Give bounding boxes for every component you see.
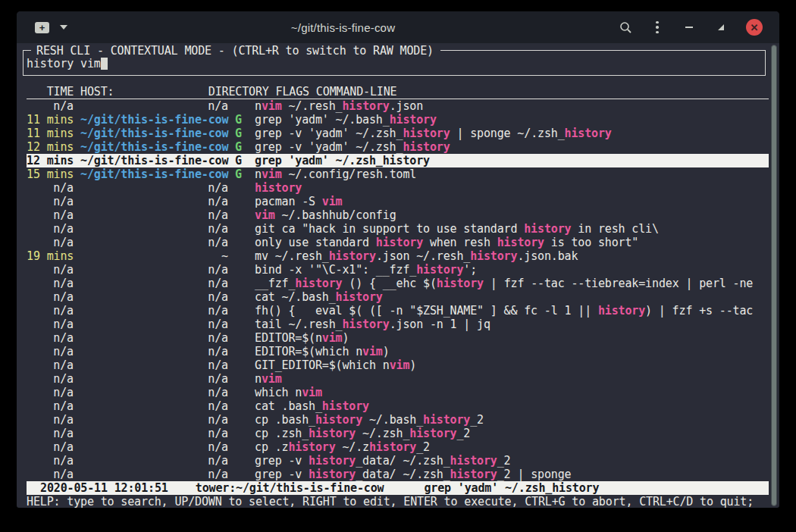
row-flags: G [235, 154, 242, 167]
row-flags [235, 249, 242, 263]
scrollbar[interactable] [770, 45, 779, 506]
table-row[interactable]: n/a n/a cat ~/.bash_history [27, 290, 769, 304]
table-row[interactable]: 11 mins ~/git/this-is-fine-cow G grep -v… [27, 127, 769, 140]
table-row[interactable]: n/a n/a only use standard history when r… [27, 236, 769, 249]
row-directory: ~/git/this-is-fine-cow [80, 127, 228, 140]
row-directory: n/a [80, 427, 228, 440]
table-row[interactable]: n/a n/a which nvim [27, 386, 769, 399]
row-time: n/a [27, 454, 74, 468]
row-command: nvim ~/.config/resh.toml [255, 167, 416, 181]
row-command: grep 'yadm' ~/.bash_history [255, 113, 437, 127]
table-row[interactable]: n/a n/a cp .bash_history ~/.bash_history… [27, 413, 769, 427]
selection-status-bar: 2020-05-11 12:01:51 tower:~/git/this-is-… [27, 481, 769, 495]
scrollbar-thumb[interactable] [771, 45, 777, 506]
history-list: n/a n/a nvim ~/.resh_history.json 11 min… [27, 99, 769, 481]
row-time: n/a [27, 358, 74, 372]
minimize-button[interactable] [682, 20, 696, 34]
resh-mode-header: RESH CLI - CONTEXTUAL MODE - (CTRL+R to … [31, 44, 440, 58]
status-command: grep 'yadm' ~/.zsh_history [424, 481, 599, 495]
table-row[interactable]: 15 mins ~/git/this-is-fine-cow G nvim ~/… [27, 167, 769, 181]
row-command: only use standard history when resh hist… [255, 236, 638, 249]
terminal-content: RESH CLI - CONTEXTUAL MODE - (CTRL+R to … [17, 43, 779, 508]
table-row[interactable]: n/a n/a GIT_EDITOR=$(which nvim) [27, 358, 769, 372]
table-row[interactable]: 12 mins ~/git/this-is-fine-cow G grep 'y… [27, 154, 769, 167]
row-command: __fzf_history () { __ehc $(history | fzf… [255, 277, 753, 290]
row-directory: n/a [80, 358, 228, 372]
row-time: 11 mins [27, 127, 74, 140]
row-command: EDITOR=$(which nvim) [255, 345, 390, 358]
table-row[interactable]: 11 mins ~/git/this-is-fine-cow G grep 'y… [27, 113, 769, 127]
table-row[interactable]: n/a n/a cat .bash_history [27, 399, 769, 413]
row-command: grep -v history_data/ ~/.zsh_history_2 |… [255, 468, 571, 481]
table-row[interactable]: n/a n/a fh() { eval $( ([ -n "$ZSH_NAME"… [27, 304, 769, 318]
table-row[interactable]: n/a n/a vim ~/.bashhub/config [27, 208, 769, 222]
row-directory: n/a [80, 440, 228, 454]
row-time: n/a [27, 372, 74, 386]
row-flags [235, 386, 242, 399]
row-directory: n/a [80, 290, 228, 304]
table-row[interactable]: n/a n/a git ca "hack in support to use s… [27, 222, 769, 236]
row-flags [235, 318, 242, 331]
row-command: cp .bash_history ~/.bash_history_2 [255, 413, 484, 427]
new-tab-button[interactable]: + [35, 22, 49, 33]
chevron-down-icon[interactable] [60, 25, 67, 30]
table-row[interactable]: n/a n/a cp .zsh_history ~/.zsh_history_2 [27, 427, 769, 440]
row-time: n/a [27, 386, 74, 399]
table-row[interactable]: n/a n/a grep -v history_data/ ~/.zsh_his… [27, 468, 769, 481]
row-time: 11 mins [27, 113, 74, 127]
row-flags [235, 181, 242, 195]
row-directory: ~/git/this-is-fine-cow [80, 154, 228, 167]
search-query-text: history vim [27, 57, 101, 70]
row-flags [235, 236, 242, 249]
row-command: EDITOR=$(nvim) [255, 331, 349, 345]
search-icon[interactable] [619, 20, 632, 34]
history-table: TIME HOST: DIRECTORY FLAGS COMMAND-LINE … [27, 85, 769, 495]
table-row[interactable]: n/a n/a nvim ~/.resh_history.json [27, 99, 769, 113]
terminal-window: + ~/git/this-is-fine-cow ✕ [17, 11, 779, 508]
titlebar-right-controls: ✕ [619, 19, 763, 36]
table-row[interactable]: n/a n/a pacman -S vim [27, 195, 769, 208]
row-flags [235, 304, 242, 318]
row-command: nvim ~/.resh_history.json [255, 99, 423, 113]
row-flags [235, 195, 242, 208]
table-row[interactable]: n/a n/a EDITOR=$(which nvim) [27, 345, 769, 358]
titlebar: + ~/git/this-is-fine-cow ✕ [17, 11, 779, 43]
row-flags: G [235, 140, 242, 154]
row-flags [235, 399, 242, 413]
row-command: which nvim [255, 386, 322, 399]
row-time: n/a [27, 318, 74, 331]
row-flags [235, 440, 242, 454]
table-row[interactable]: 19 mins ~ mv ~/.resh_history.json ~/.res… [27, 249, 769, 263]
row-flags [235, 468, 242, 481]
row-time: n/a [27, 181, 74, 195]
table-row[interactable]: n/a n/a history [27, 181, 769, 195]
row-time: n/a [27, 427, 74, 440]
table-row[interactable]: n/a n/a cp .zhistory ~/.zhistory_2 [27, 440, 769, 454]
help-line: HELP: type to search, UP/DOWN to select,… [27, 495, 779, 508]
row-command: cp .zsh_history ~/.zsh_history_2 [255, 427, 470, 440]
row-flags [235, 331, 242, 345]
row-command: grep 'yadm' ~/.zsh_history [255, 154, 430, 167]
row-command: fh() { eval $( ([ -n "$ZSH_NAME" ] && fc… [255, 304, 753, 318]
row-command: bind -x '"\C-x1": __fzf_history'; [255, 263, 477, 277]
row-flags [235, 413, 242, 427]
row-directory: ~/git/this-is-fine-cow [80, 113, 228, 127]
row-time: n/a [27, 195, 74, 208]
row-time: 15 mins [27, 167, 74, 181]
table-row[interactable]: n/a n/a grep -v history_data/ ~/.zsh_his… [27, 454, 769, 468]
menu-kebab-icon[interactable] [650, 20, 664, 34]
restore-button[interactable] [714, 20, 728, 34]
table-row[interactable]: n/a n/a EDITOR=$(nvim) [27, 331, 769, 345]
row-command: cp .zhistory ~/.zhistory_2 [255, 440, 430, 454]
table-row[interactable]: 12 mins ~/git/this-is-fine-cow G grep -v… [27, 140, 769, 154]
titlebar-left-controls: + [35, 22, 67, 33]
table-row[interactable]: n/a n/a bind -x '"\C-x1": __fzf_history'… [27, 263, 769, 277]
resh-search-box[interactable]: RESH CLI - CONTEXTUAL MODE - (CTRL+R to … [23, 50, 766, 76]
table-row[interactable]: n/a n/a nvim [27, 372, 769, 386]
table-row[interactable]: n/a n/a __fzf_history () { __ehc $(histo… [27, 277, 769, 290]
row-directory: n/a [80, 386, 228, 399]
table-row[interactable]: n/a n/a tail ~/.resh_history.json -n 1 |… [27, 318, 769, 331]
row-command: tail ~/.resh_history.json -n 1 | jq [255, 318, 490, 331]
close-button[interactable]: ✕ [746, 19, 763, 36]
row-time: n/a [27, 413, 74, 427]
